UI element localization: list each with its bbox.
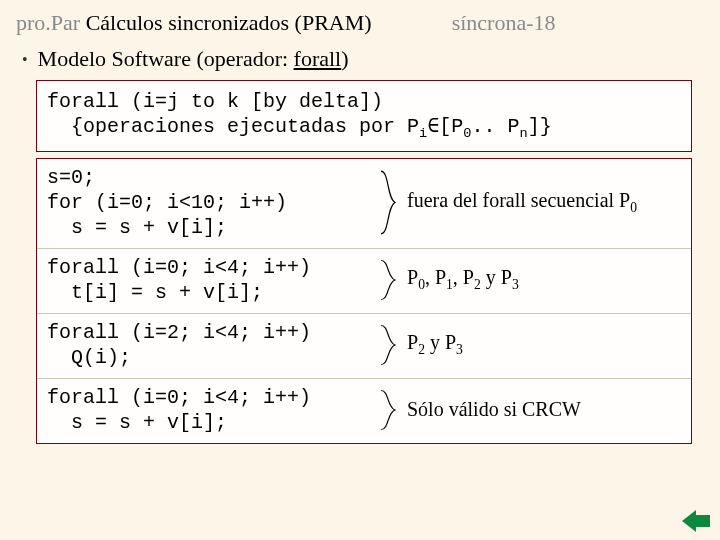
slide-header: pro.Par Cálculos sincronizados (PRAM) sí… (0, 0, 720, 42)
brace-3 (379, 385, 397, 435)
note-3: Sólo válido si CRCW (397, 398, 681, 421)
bullet-prefix: Modelo Software (operador: (38, 46, 294, 71)
note-1-s2: 2 (474, 277, 481, 292)
example-block-2: forall (i=2; i<4; i++) Q(i); P2 y P3 (37, 313, 691, 378)
syntax-line1: forall (i=j to k [by delta]) (47, 89, 681, 114)
note-2: P2 y P3 (397, 331, 681, 358)
example-block-1: forall (i=0; i<4; i++) t[i] = s + v[i]; … (37, 248, 691, 313)
brace-0 (379, 165, 397, 240)
examples-box: s=0; for (i=0; i<10; i++) s = s + v[i]; … (36, 158, 692, 444)
svg-marker-0 (682, 510, 710, 532)
header-left: pro.Par Cálculos sincronizados (PRAM) (16, 10, 372, 36)
note-1-s0: 0 (418, 277, 425, 292)
bullet-keyword: forall (294, 46, 342, 71)
note-1-j0: , P (425, 266, 446, 288)
example-block-0: s=0; for (i=0; i<10; i++) s = s + v[i]; … (37, 159, 691, 248)
note-0-text: fuera del forall secuencial P (407, 189, 630, 211)
brace-2 (379, 320, 397, 370)
code-3: forall (i=0; i<4; i++) s = s + v[i]; (47, 385, 379, 435)
brace-1 (379, 255, 397, 305)
back-arrow-icon[interactable] (682, 510, 710, 532)
syntax-l2b: ∈[P (427, 115, 463, 138)
bullet-close: ) (341, 46, 348, 71)
note-1-j1: , P (453, 266, 474, 288)
syntax-sub-n: n (519, 126, 527, 141)
syntax-line2: {operaciones ejecutadas por Pi∈[P0.. Pn]… (47, 114, 681, 143)
code-0: s=0; for (i=0; i<10; i++) s = s + v[i]; (47, 165, 379, 240)
syntax-l2d: ]} (528, 115, 552, 138)
note-1-s1: 1 (446, 277, 453, 292)
syntax-l2a: {operaciones ejecutadas por P (47, 115, 419, 138)
syntax-l2c: .. P (471, 115, 519, 138)
example-block-3: forall (i=0; i<4; i++) s = s + v[i]; Sól… (37, 378, 691, 443)
code-2: forall (i=2; i<4; i++) Q(i); (47, 320, 379, 370)
brace-icon (379, 389, 397, 431)
bullet-text: Modelo Software (operador: forall) (38, 46, 349, 72)
note-1-s3: 3 (512, 277, 519, 292)
note-1-j2: y P (481, 266, 512, 288)
header-page: síncrona-18 (452, 10, 556, 36)
note-1-p0: P (407, 266, 418, 288)
note-2-s1: 3 (456, 342, 463, 357)
brace-icon (379, 169, 397, 236)
note-2-s0: 2 (418, 342, 425, 357)
note-0-sub: 0 (630, 200, 637, 215)
header-prefix: pro.Par (16, 10, 80, 35)
syntax-sub-i: i (419, 126, 427, 141)
note-0: fuera del forall secuencial P0 (397, 189, 681, 216)
syntax-box: forall (i=j to k [by delta]) {operacione… (36, 80, 692, 152)
note-2-p: P (407, 331, 418, 353)
brace-icon (379, 324, 397, 366)
note-1: P0, P1, P2 y P3 (397, 266, 681, 293)
header-title: Cálculos sincronizados (PRAM) (80, 10, 371, 35)
bullet-dot: • (22, 51, 28, 69)
brace-icon (379, 259, 397, 301)
note-2-j0: y P (425, 331, 456, 353)
code-1: forall (i=0; i<4; i++) t[i] = s + v[i]; (47, 255, 379, 305)
bullet-row: • Modelo Software (operador: forall) (0, 42, 720, 80)
